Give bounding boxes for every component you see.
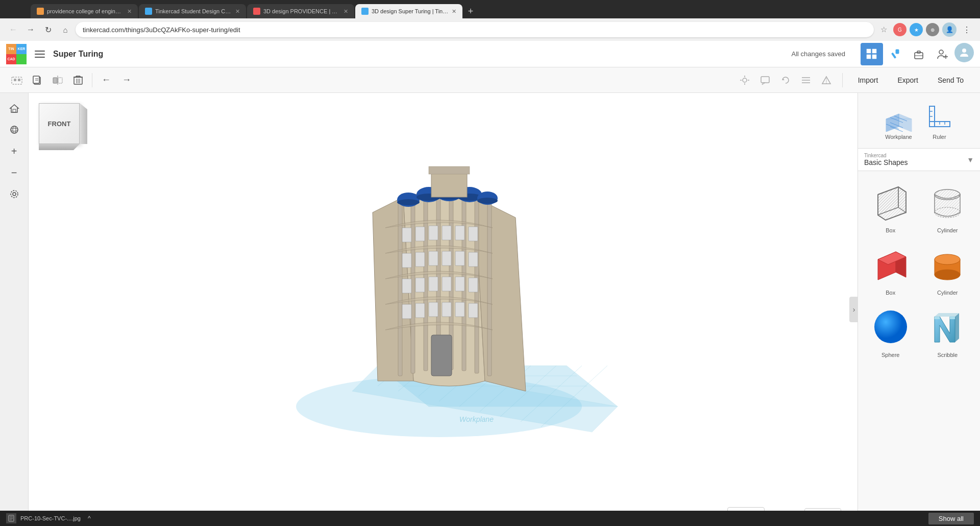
box-wire-icon — [868, 179, 914, 225]
ruler-tool[interactable]: Ruler — [924, 101, 955, 140]
chrome-extension-icon3[interactable]: ⊕ — [926, 23, 939, 36]
delete-icon — [74, 75, 83, 85]
align-button[interactable] — [797, 71, 815, 89]
group-button[interactable] — [8, 71, 26, 89]
front-cube[interactable]: FRONT — [39, 103, 80, 144]
export-button[interactable]: Export — [889, 73, 926, 87]
svg-rect-3 — [872, 55, 876, 59]
speech-bubble-button[interactable] — [756, 71, 774, 89]
add-user-button[interactable] — [931, 43, 953, 65]
svg-rect-90 — [429, 302, 438, 317]
bookmark-icon[interactable]: ☆ — [877, 23, 890, 36]
shapes-title: Basic Shapes — [864, 158, 967, 166]
light-button[interactable] — [736, 71, 753, 89]
tab3-close[interactable]: ✕ — [344, 8, 348, 15]
tinkercad-logo[interactable]: TIN KER CAD — [6, 44, 27, 64]
import-button[interactable]: Import — [850, 73, 887, 87]
status-expand-icon[interactable]: ^ — [85, 514, 94, 523]
svg-point-103 — [477, 198, 498, 204]
redo-button[interactable]: → — [118, 71, 135, 89]
box-red-icon — [868, 242, 914, 288]
panel-tools: Workplane Ruler — [858, 93, 980, 148]
send-to-button[interactable]: Send To — [929, 73, 972, 87]
design-button[interactable] — [884, 43, 906, 65]
shape-scribble[interactable]: Scribble — [921, 302, 974, 360]
settings-button[interactable] — [5, 185, 23, 203]
menu-line-1 — [35, 51, 45, 52]
user-avatar[interactable] — [954, 43, 974, 62]
svg-rect-77 — [415, 252, 425, 267]
suitcase-icon — [913, 49, 924, 60]
svg-rect-15 — [18, 79, 20, 81]
viewport[interactable]: FRONT — [29, 93, 849, 526]
shape-sphere-blue[interactable]: Sphere — [864, 302, 917, 360]
chrome-extension-icon2[interactable]: ★ — [910, 23, 923, 36]
tab4-title: 3D design Super Turing | Tinker... — [372, 8, 449, 14]
svg-rect-36 — [761, 77, 769, 83]
zoom-out-button[interactable]: − — [5, 163, 23, 182]
app: TIN KER CAD Super Turing All changes sav… — [0, 41, 980, 526]
tinkercad-sub-label: Tinkercad — [864, 153, 967, 158]
tab-1[interactable]: providence college of engineerin... ✕ — [31, 4, 138, 18]
svg-rect-4 — [896, 50, 899, 54]
shapes-grid: Box Cylinder — [858, 171, 980, 366]
separator-2 — [842, 73, 843, 87]
shape-box-wire[interactable]: Box — [864, 177, 917, 235]
header-actions — [861, 43, 974, 65]
undo-button[interactable]: ← — [97, 71, 115, 89]
shapes-header[interactable]: Tinkercad Basic Shapes ▼ — [858, 148, 980, 171]
building-viewport: Workplane — [260, 156, 618, 437]
workplane-tool[interactable]: Workplane — [884, 101, 914, 140]
address-input[interactable] — [76, 22, 874, 37]
show-all-button[interactable]: Show all — [928, 513, 974, 524]
tab-3[interactable]: 3D design PROVIDENCE | Tinker... ✕ — [247, 4, 354, 18]
chevron-icon: › — [853, 305, 855, 314]
grid-view-button[interactable] — [861, 43, 883, 65]
forward-button[interactable]: → — [23, 22, 38, 37]
shape-cyl-orange[interactable]: Cylinder — [921, 240, 974, 298]
chrome-extension-icon1[interactable]: G — [893, 23, 906, 36]
shape-box-red[interactable]: Box — [864, 240, 917, 298]
svg-rect-74 — [455, 226, 464, 240]
canvas-area[interactable]: Workplane — [29, 93, 849, 500]
tab4-close[interactable]: ✕ — [452, 8, 456, 15]
orbit-icon — [9, 125, 19, 135]
orbit-button[interactable] — [5, 121, 23, 139]
chrome-menu-button[interactable]: ⋮ — [960, 22, 974, 37]
tab1-close[interactable]: ✕ — [127, 8, 132, 15]
mirror-button[interactable] — [49, 71, 66, 89]
zoom-in-button[interactable]: + — [5, 142, 23, 160]
svg-rect-85 — [442, 277, 451, 291]
svg-marker-44 — [10, 105, 18, 112]
svg-rect-91 — [442, 302, 451, 317]
delete-button[interactable] — [69, 71, 87, 89]
svg-rect-72 — [429, 226, 438, 240]
separator-1 — [92, 73, 92, 87]
back-button[interactable]: ← — [6, 22, 20, 37]
reload-button[interactable]: ↻ — [41, 22, 55, 37]
svg-rect-21 — [58, 78, 62, 83]
home-button[interactable]: ⌂ — [58, 22, 72, 37]
clone-button[interactable] — [29, 71, 46, 89]
profile-avatar[interactable]: 👤 — [942, 22, 957, 37]
svg-rect-84 — [429, 277, 438, 291]
svg-rect-75 — [469, 227, 478, 241]
tab2-close[interactable]: ✕ — [235, 8, 240, 15]
tab2-title: Tinkercad Student Design Conte... — [155, 8, 232, 14]
scribble-icon — [924, 304, 970, 350]
rotate-button[interactable] — [777, 71, 794, 89]
projects-button[interactable] — [908, 43, 930, 65]
new-tab-button[interactable]: + — [463, 4, 478, 18]
status-file-name: PRC-10-Sec-TVC-....jpg — [20, 515, 81, 521]
box-red-label: Box — [886, 290, 895, 296]
tab-4[interactable]: 3D design Super Turing | Tinker... ✕ — [355, 4, 462, 18]
home-view-button[interactable] — [5, 99, 23, 117]
svg-point-125 — [935, 189, 960, 200]
svg-rect-80 — [455, 251, 464, 266]
tab-2[interactable]: Tinkercad Student Design Conte... ✕ — [139, 4, 246, 18]
svg-point-12 — [962, 49, 966, 53]
menu-icon[interactable] — [32, 46, 48, 62]
shape-cyl-wire[interactable]: Cylinder — [921, 177, 974, 235]
mirror2-button[interactable] — [818, 71, 835, 89]
home-icon — [9, 103, 19, 113]
